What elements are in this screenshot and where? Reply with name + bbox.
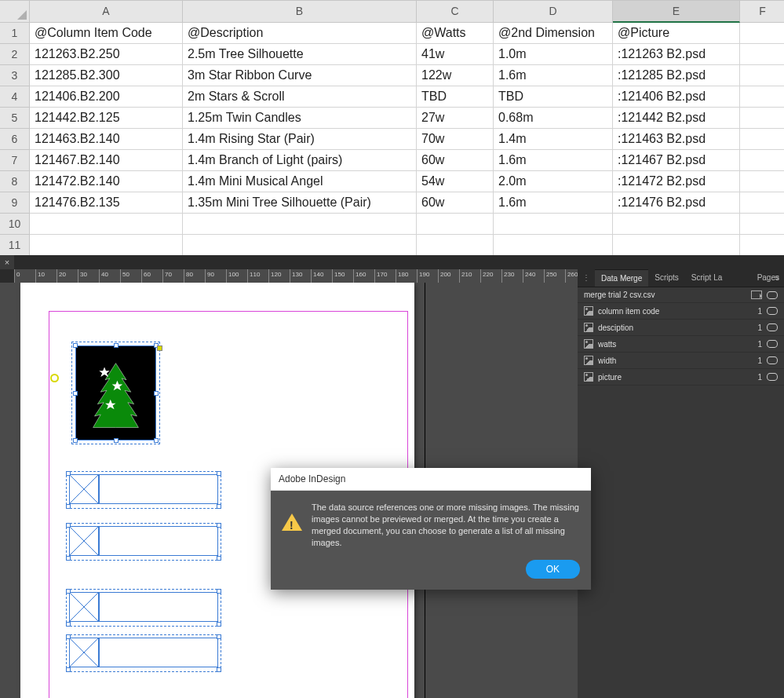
image-placeholder-frame[interactable] [69, 526, 99, 556]
cell-D9[interactable]: 1.6m [494, 192, 613, 214]
column-header-E[interactable]: E [613, 0, 740, 23]
merge-row-2[interactable] [69, 526, 218, 557]
cell-C1[interactable]: @Watts [417, 23, 494, 44]
row-header-2[interactable]: 2 [0, 44, 30, 65]
tab-scripts[interactable]: Scripts [648, 269, 685, 287]
cell-E10[interactable] [613, 214, 740, 235]
cell-A9[interactable]: 121476.B2.135 [30, 192, 183, 214]
cell-F8[interactable] [740, 171, 784, 192]
column-header-D[interactable]: D [494, 0, 613, 23]
cell-A10[interactable] [30, 214, 183, 235]
cell-D3[interactable]: 1.6m [494, 65, 613, 86]
row-header-4[interactable]: 4 [0, 86, 30, 108]
cell-A4[interactable]: 121406.B2.200 [30, 86, 183, 108]
cell-C4[interactable]: TBD [417, 86, 494, 108]
cell-A1[interactable]: @Column Item Code [30, 23, 183, 44]
text-frame[interactable] [99, 474, 218, 504]
cell-B3[interactable]: 3m Star Ribbon Curve [183, 65, 417, 86]
tab-data-merge[interactable]: Data Merge [595, 269, 648, 287]
image-placeholder-frame[interactable] [69, 592, 99, 622]
cell-C3[interactable]: 122w [417, 65, 494, 86]
visibility-icon[interactable] [767, 340, 778, 348]
cell-A3[interactable]: 121285.B2.300 [30, 65, 183, 86]
cell-A7[interactable]: 121467.B2.140 [30, 150, 183, 171]
cell-F11[interactable] [740, 235, 784, 256]
cell-F4[interactable] [740, 86, 784, 108]
row-header-1[interactable]: 1 [0, 23, 30, 44]
vertical-ruler[interactable] [0, 283, 14, 698]
spreadsheet-grid[interactable]: ABCDEF1@Column Item Code@Description@Wat… [0, 0, 784, 256]
visibility-icon[interactable] [767, 307, 778, 315]
cell-E5[interactable]: :121442 B2.psd [613, 108, 740, 129]
cell-A2[interactable]: 121263.B2.250 [30, 44, 183, 65]
cell-A5[interactable]: 121442.B2.125 [30, 108, 183, 129]
merge-row-4[interactable] [69, 638, 218, 669]
cell-D10[interactable] [494, 214, 613, 235]
cell-F6[interactable] [740, 129, 784, 150]
cell-F7[interactable] [740, 150, 784, 171]
cell-C11[interactable] [417, 235, 494, 256]
cell-E6[interactable]: :121463 B2.psd [613, 129, 740, 150]
cell-B10[interactable] [183, 214, 417, 235]
image-placeholder-frame[interactable] [69, 474, 99, 504]
field-row-0[interactable]: column item code 1 [578, 303, 784, 320]
cell-C2[interactable]: 41w [417, 44, 494, 65]
cell-B7[interactable]: 1.4m Branch of Light (pairs) [183, 150, 417, 171]
cell-B8[interactable]: 1.4m Mini Musical Angel [183, 171, 417, 192]
cell-C7[interactable]: 60w [417, 150, 494, 171]
cell-F5[interactable] [740, 108, 784, 129]
panel-grip-icon[interactable]: ⋮ [578, 269, 595, 287]
cell-D5[interactable]: 0.68m [494, 108, 613, 129]
cell-A8[interactable]: 121472.B2.140 [30, 171, 183, 192]
tab-script-labels[interactable]: Script La [685, 269, 728, 287]
visibility-icon[interactable] [767, 323, 778, 331]
row-header-10[interactable]: 10 [0, 214, 30, 235]
cell-A6[interactable]: 121463.B2.140 [30, 129, 183, 150]
text-frame[interactable] [99, 638, 218, 667]
cell-E3[interactable]: :121285 B2.psd [613, 65, 740, 86]
horizontal-ruler[interactable]: 0102030405060708090100110120130140150160… [14, 269, 578, 283]
column-header-A[interactable]: A [30, 0, 183, 23]
content-grabber-icon[interactable] [50, 374, 59, 382]
cell-E4[interactable]: :121406 B2.psd [613, 86, 740, 108]
cell-C9[interactable]: 60w [417, 192, 494, 214]
tab-pages[interactable]: Pages [754, 269, 782, 286]
column-header-B[interactable]: B [183, 0, 417, 23]
cell-D8[interactable]: 2.0m [494, 171, 613, 192]
row-header-6[interactable]: 6 [0, 129, 30, 150]
merge-row-3[interactable] [69, 592, 218, 623]
image-frame-picture[interactable] [75, 345, 156, 440]
cell-C5[interactable]: 27w [417, 108, 494, 129]
cell-F9[interactable] [740, 192, 784, 214]
cell-D6[interactable]: 1.4m [494, 129, 613, 150]
ok-button[interactable]: OK [526, 560, 580, 579]
cell-E11[interactable] [613, 235, 740, 256]
field-row-2[interactable]: watts 1 [578, 336, 784, 353]
cell-D7[interactable]: 1.6m [494, 150, 613, 171]
cell-F3[interactable] [740, 65, 784, 86]
cell-C10[interactable] [417, 214, 494, 235]
visibility-icon[interactable] [767, 356, 778, 364]
cell-E1[interactable]: @Picture [613, 23, 740, 44]
field-row-1[interactable]: desciption 1 [578, 320, 784, 336]
text-frame[interactable] [99, 592, 218, 622]
column-header-F[interactable]: F [740, 0, 784, 23]
cell-E7[interactable]: :121467 B2.psd [613, 150, 740, 171]
row-header-5[interactable]: 5 [0, 108, 30, 129]
row-header-11[interactable]: 11 [0, 235, 30, 256]
cell-F10[interactable] [740, 214, 784, 235]
row-header-9[interactable]: 9 [0, 192, 30, 214]
cell-C8[interactable]: 54w [417, 171, 494, 192]
field-row-4[interactable]: picture 1 [578, 369, 784, 386]
cell-B5[interactable]: 1.25m Twin Candles [183, 108, 417, 129]
anchor-handle[interactable] [157, 345, 162, 351]
text-frame[interactable] [99, 526, 218, 556]
data-source-row[interactable]: merge trial 2 csv.csv [578, 287, 784, 303]
row-header-8[interactable]: 8 [0, 171, 30, 192]
image-placeholder-frame[interactable] [69, 638, 99, 667]
cell-D1[interactable]: @2nd Dimension [494, 23, 613, 44]
cell-F1[interactable] [740, 23, 784, 44]
cell-B4[interactable]: 2m Stars & Scroll [183, 86, 417, 108]
cell-B2[interactable]: 2.5m Tree Silhouette [183, 44, 417, 65]
cell-C6[interactable]: 70w [417, 129, 494, 150]
